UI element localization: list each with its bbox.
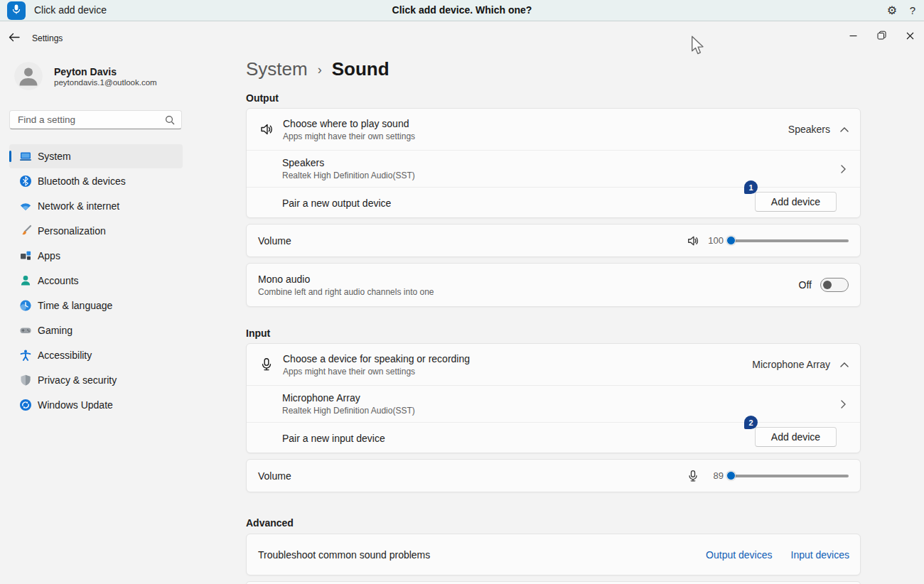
back-button[interactable]: [9, 32, 24, 45]
output-device-card: Choose where to play sound Apps might ha…: [246, 108, 861, 218]
sidebar-nav: System Bluetooth & devices Network & int…: [9, 144, 183, 418]
input-device-card: Choose a device for speaking or recordin…: [246, 343, 861, 453]
user-avatar[interactable]: [14, 62, 43, 90]
close-button[interactable]: [899, 26, 920, 47]
toggle-knob: [823, 281, 832, 289]
speaker-icon: [687, 234, 699, 247]
input-chooser-subtitle: Apps might have their own settings: [283, 367, 470, 377]
chevron-right-icon: [841, 400, 846, 409]
sidebar-item-windows-update[interactable]: Windows Update: [9, 393, 183, 417]
task-overlay-bar: Click add device Click add device. Which…: [0, 0, 924, 21]
restore-button[interactable]: [871, 26, 892, 47]
person-icon: [19, 274, 32, 287]
minimize-icon: [849, 30, 857, 43]
chevron-up-icon: [840, 127, 849, 132]
troubleshoot-label: Troubleshoot common sound problems: [258, 549, 430, 561]
input-device-description: Realtek High Definition Audio(SST): [282, 406, 415, 416]
output-devices-link[interactable]: Output devices: [706, 549, 772, 561]
input-volume-value: 89: [707, 470, 724, 481]
gear-icon[interactable]: ⚙: [883, 1, 901, 20]
output-volume-slider[interactable]: [731, 239, 849, 242]
brush-icon: [19, 225, 32, 237]
wifi-icon: [19, 200, 32, 212]
output-chooser-subtitle: Apps might have their own settings: [283, 131, 415, 141]
add-output-device-button[interactable]: Add device: [755, 192, 837, 212]
sidebar-item-label: Time & language: [38, 300, 112, 311]
system-icon: [19, 150, 32, 163]
input-volume-slider[interactable]: [731, 475, 849, 477]
input-selected-device: Microphone Array: [752, 359, 830, 370]
microphone-icon: [687, 470, 699, 482]
sidebar-item-label: Privacy & security: [38, 374, 117, 386]
troubleshoot-card: Troubleshoot common sound problems Outpu…: [246, 534, 861, 575]
sidebar-item-network-internet[interactable]: Network & internet: [9, 194, 183, 218]
speaker-icon: [259, 122, 274, 136]
pair-input-label: Pair a new input device: [282, 433, 385, 444]
mono-audio-title: Mono audio: [258, 274, 434, 285]
output-device-row[interactable]: Speakers Realtek High Definition Audio(S…: [247, 150, 860, 187]
breadcrumb-parent[interactable]: System: [246, 58, 308, 80]
tutorial-step-badge: 1: [744, 180, 758, 194]
update-icon: [19, 399, 32, 411]
add-input-device-button[interactable]: Add device: [755, 427, 837, 447]
minimize-button[interactable]: [842, 26, 864, 47]
user-email: peytondavis.1@outlook.com: [54, 78, 157, 87]
gamepad-icon: [19, 324, 32, 337]
output-chooser-title: Choose where to play sound: [283, 118, 415, 129]
sidebar-item-label: Bluetooth & devices: [38, 175, 126, 187]
output-volume-card: Volume 100: [246, 224, 861, 257]
input-devices-link[interactable]: Input devices: [791, 549, 850, 561]
sidebar-item-label: Personalization: [38, 225, 106, 237]
input-device-row[interactable]: Microphone Array Realtek High Definition…: [247, 385, 860, 422]
input-chooser-title: Choose a device for speaking or recordin…: [283, 353, 470, 364]
breadcrumb-separator-icon: ›: [318, 63, 322, 77]
help-icon[interactable]: ?: [906, 1, 920, 20]
sidebar-item-system[interactable]: System: [9, 144, 183, 168]
bluetooth-icon: [19, 175, 32, 188]
search-box: [9, 110, 182, 129]
selected-indicator: [9, 151, 11, 162]
mono-audio-card: Mono audio Combine left and right audio …: [246, 263, 861, 307]
output-chooser-row[interactable]: Choose where to play sound Apps might ha…: [247, 109, 860, 150]
mono-audio-subtitle: Combine left and right audio channels in…: [258, 287, 434, 297]
input-volume-card: Volume 89: [246, 459, 861, 492]
sidebar-item-privacy-security[interactable]: Privacy & security: [9, 368, 183, 392]
shield-icon: [19, 374, 32, 386]
sidebar-item-gaming[interactable]: Gaming: [9, 318, 183, 342]
user-name: Peyton Davis: [54, 66, 117, 77]
restore-icon: [877, 30, 886, 43]
sidebar-item-label: Accessibility: [38, 350, 92, 361]
input-section-label: Input: [246, 328, 270, 339]
sidebar-item-accessibility[interactable]: Accessibility: [9, 343, 183, 367]
mono-audio-state: Off: [799, 279, 812, 291]
apps-icon: [19, 249, 32, 262]
partial-next-card: [246, 581, 861, 584]
advanced-section-label: Advanced: [246, 517, 294, 529]
page-title: Sound: [332, 58, 390, 80]
search-icon[interactable]: [165, 115, 175, 128]
accessibility-icon: [19, 349, 32, 362]
mono-audio-toggle[interactable]: [820, 278, 849, 292]
sidebar-item-accounts[interactable]: Accounts: [9, 269, 183, 293]
output-device-description: Realtek High Definition Audio(SST): [282, 171, 415, 180]
output-volume-value: 100: [707, 235, 724, 246]
sidebar-item-label: Accounts: [38, 275, 79, 286]
sidebar-item-label: System: [38, 151, 71, 162]
pair-output-label: Pair a new output device: [282, 198, 391, 209]
output-selected-device: Speakers: [788, 124, 830, 135]
output-section-label: Output: [246, 92, 279, 104]
sidebar-item-label: Gaming: [38, 325, 72, 336]
sidebar-item-bluetooth-devices[interactable]: Bluetooth & devices: [9, 169, 183, 193]
clock-icon: [19, 299, 32, 312]
sidebar-item-time-language[interactable]: Time & language: [9, 293, 183, 318]
slider-thumb[interactable]: [726, 236, 736, 245]
sidebar-item-apps[interactable]: Apps: [9, 244, 183, 268]
window-title: Settings: [32, 33, 63, 43]
close-icon: [906, 30, 914, 43]
tutorial-step-badge: 2: [744, 416, 758, 429]
slider-thumb[interactable]: [726, 471, 736, 480]
input-chooser-row[interactable]: Choose a device for speaking or recordin…: [247, 344, 860, 385]
sidebar-item-personalization[interactable]: Personalization: [9, 219, 183, 243]
search-input[interactable]: [10, 111, 156, 129]
input-volume-label: Volume: [258, 470, 291, 482]
